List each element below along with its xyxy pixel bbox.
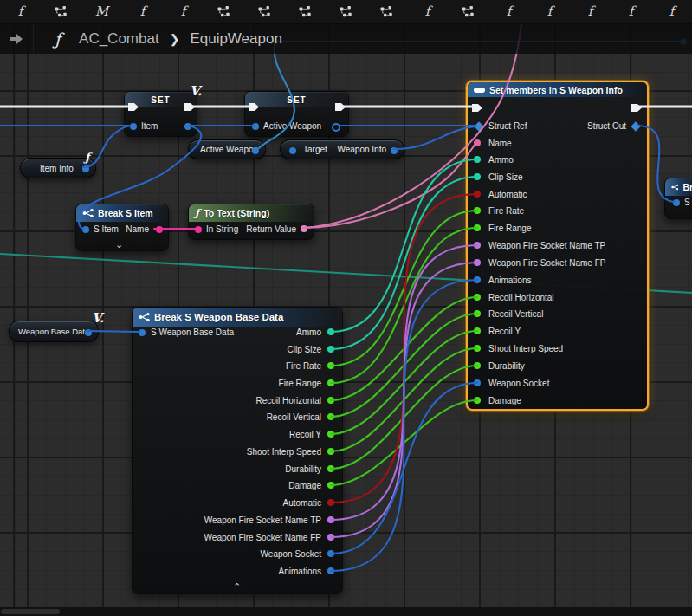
tab-graph-8[interactable] <box>326 0 366 23</box>
wire:reroute-a->get-active-weapon.out <box>259 42 294 148</box>
graph-icon <box>55 6 68 17</box>
function-icon: f <box>507 5 512 18</box>
breadcrumb-separator-icon: ❯ <box>170 32 180 46</box>
tab-macro-2[interactable]: M <box>81 0 122 23</box>
wire:set-item.item-out->break-s-item.s-item <box>79 126 201 229</box>
wire:get-item-info.out->set-item.item <box>83 126 131 167</box>
graph-icon <box>217 6 230 17</box>
function-icon: f <box>588 5 593 18</box>
tab-function-13[interactable]: f <box>529 0 570 23</box>
graph-icon <box>258 6 271 17</box>
tab-graph-9[interactable] <box>366 0 407 23</box>
function-icon: f <box>547 5 553 18</box>
horizontal-scrollbar[interactable] <box>0 607 692 616</box>
function-icon: f <box>18 5 23 18</box>
graph-icon <box>340 6 352 17</box>
function-icon: f <box>669 5 675 18</box>
tab-function-4[interactable]: f <box>163 0 204 23</box>
wire:get-weapon-info.weapon-info->set-members.struct-ref <box>394 126 475 149</box>
function-icon: f <box>425 5 430 18</box>
tab-function-16[interactable]: f <box>651 0 692 23</box>
scrollbar-thumb[interactable] <box>1 609 60 614</box>
tab-function-3[interactable]: f <box>122 0 163 23</box>
nav-forward-button[interactable] <box>0 23 34 54</box>
tab-function-15[interactable]: f <box>611 0 651 23</box>
tab-function-10[interactable]: f <box>407 0 448 23</box>
graph-tab-strip: fMffffffff <box>0 0 692 24</box>
forward-arrow-icon <box>9 33 24 45</box>
blueprint-editor: fMffffffff ƒ AC_Combat ❯ EquipWeapon SET… <box>0 0 692 616</box>
tab-function-0[interactable]: f <box>0 0 41 23</box>
breadcrumb: ƒ AC_Combat ❯ EquipWeapon <box>0 23 692 54</box>
tab-function-12[interactable]: f <box>488 0 529 23</box>
function-icon: f <box>140 5 146 18</box>
function-icon: f <box>629 5 634 18</box>
wire:set-members.struct-out->break-partial.input <box>638 126 674 202</box>
graph-icon <box>462 6 475 17</box>
breadcrumb-root[interactable]: AC_Combat <box>79 30 159 48</box>
wire-layer-over <box>0 0 692 616</box>
tab-graph-7[interactable] <box>285 0 326 23</box>
wire:get-weapon-base-data.out->break-weapon-base-data.input <box>87 331 139 332</box>
function-icon: f <box>181 5 186 18</box>
breadcrumb-current[interactable]: EquipWeapon <box>190 30 282 48</box>
graph-icon <box>299 6 312 17</box>
tab-graph-6[interactable] <box>244 0 285 23</box>
graph-icon <box>380 6 393 17</box>
tab-graph-11[interactable] <box>448 0 488 23</box>
function-icon: ƒ <box>55 29 61 49</box>
macro-icon: M <box>95 5 108 18</box>
tab-graph-1[interactable] <box>41 0 81 23</box>
wire:to-text.return-value->set-members.Name <box>303 144 475 228</box>
tab-function-14[interactable]: f <box>570 0 611 23</box>
tab-graph-5[interactable] <box>204 0 244 23</box>
